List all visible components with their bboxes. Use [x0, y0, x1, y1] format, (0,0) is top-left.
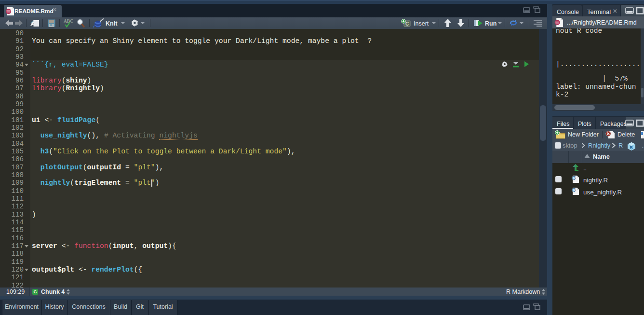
- svg-text:C: C: [405, 21, 409, 27]
- svg-text:ABC: ABC: [64, 19, 73, 24]
- svg-text:R: R: [573, 188, 576, 192]
- svg-text:R: R: [630, 145, 633, 150]
- svg-text:R: R: [573, 176, 576, 180]
